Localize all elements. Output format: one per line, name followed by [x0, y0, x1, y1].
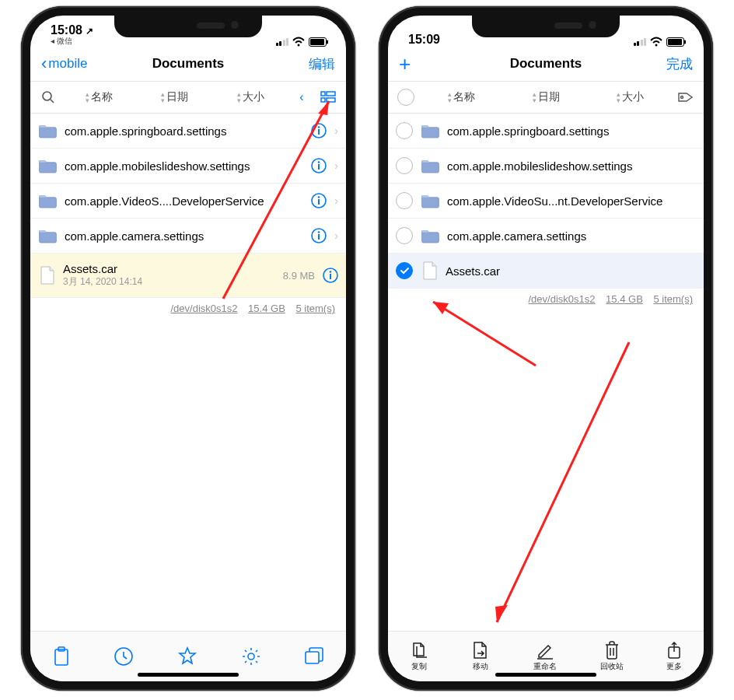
chevron-right-icon: › [334, 159, 338, 172]
page-title: Documents [510, 56, 582, 72]
footer-stats: /dev/disk0s1s2 15.4 GB 5 item(s) [388, 289, 704, 310]
list-item[interactable]: com.apple.camera.settings [388, 219, 704, 254]
file-name: com.apple.springboard.settings [65, 124, 303, 138]
list-item[interactable]: Assets.car 3月 14, 2020 14:14 8.9 MB [30, 254, 346, 298]
file-name: Assets.car [446, 264, 696, 278]
sort-date[interactable]: ▴▾日期 [505, 90, 587, 104]
file-name: com.apple.camera.settings [65, 229, 303, 243]
folder-icon [421, 229, 439, 243]
svg-rect-9 [321, 92, 325, 96]
file-date: 3月 14, 2020 14:14 [63, 275, 275, 289]
add-button[interactable]: + [399, 56, 411, 72]
home-indicator[interactable] [138, 673, 239, 677]
trash-button[interactable]: 回收站 [600, 641, 624, 672]
sort-size[interactable]: ▴▾大小 [215, 90, 287, 104]
footer-size[interactable]: 15.4 GB [248, 303, 285, 314]
file-name: com.apple.mobileslideshow.settings [447, 159, 696, 173]
view-paging-icon[interactable]: ‹ [290, 90, 313, 104]
file-list: com.apple.springboard.settings › com.app… [30, 114, 346, 298]
chevron-right-icon: › [334, 229, 338, 242]
chevron-right-icon: › [334, 124, 338, 137]
file-name: Assets.car [63, 262, 275, 275]
folder-icon [421, 194, 439, 208]
folder-icon [421, 159, 439, 173]
back-label: mobile [48, 56, 87, 72]
list-item[interactable]: com.apple.VideoS....DeveloperService › [30, 184, 346, 219]
move-button[interactable]: 移动 [471, 641, 490, 672]
rename-button[interactable]: 重命名 [533, 641, 557, 672]
info-icon[interactable] [311, 228, 327, 243]
footer-count[interactable]: 5 item(s) [653, 293, 693, 305]
home-indicator[interactable] [495, 673, 596, 677]
svg-rect-17 [306, 652, 319, 663]
sort-size[interactable]: ▴▾大小 [589, 90, 671, 104]
svg-point-20 [681, 96, 683, 99]
nav-bar: ‹ mobile Documents 编辑 [30, 47, 346, 82]
list-item[interactable]: com.apple.springboard.settings › [30, 114, 346, 149]
nav-bar: + Documents 完成 [388, 47, 704, 82]
recent-button[interactable] [114, 646, 134, 667]
footer-path[interactable]: /dev/disk0s1s2 [170, 303, 237, 314]
more-button[interactable]: 更多 [666, 641, 682, 672]
sort-bar: ▴▾名称 ▴▾日期 ▴▾大小 ‹ [30, 82, 346, 114]
signal-icon [276, 37, 289, 46]
folder-icon [38, 124, 57, 138]
chevron-right-icon: › [334, 194, 338, 207]
phone-right: 15:09 + Documents 完成 ▴▾名称 ▴▾日期 ▴▾大小 [379, 6, 713, 691]
list-item[interactable]: com.apple.mobileslideshow.settings [388, 149, 704, 184]
favorite-button[interactable] [177, 646, 197, 667]
file-name: com.apple.camera.settings [447, 229, 696, 243]
list-item[interactable]: com.apple.springboard.settings [388, 114, 704, 149]
folder-icon [38, 194, 57, 208]
tag-icon[interactable] [674, 90, 697, 104]
back-to-app[interactable]: ◂ 微信 [51, 36, 93, 47]
folder-icon [38, 159, 57, 173]
sort-bar: ▴▾名称 ▴▾日期 ▴▾大小 [388, 82, 704, 114]
sort-name[interactable]: ▴▾名称 [63, 90, 135, 104]
svg-marker-26 [495, 605, 508, 622]
settings-button[interactable] [241, 646, 261, 667]
svg-rect-12 [327, 98, 335, 102]
info-icon[interactable] [311, 123, 327, 138]
svg-rect-13 [55, 649, 68, 665]
list-item[interactable]: com.apple.VideoSu...nt.DeveloperService [388, 184, 704, 219]
svg-line-23 [433, 302, 536, 366]
check-icon [399, 265, 410, 276]
select-radio[interactable] [396, 122, 413, 139]
svg-point-16 [248, 653, 254, 660]
notch [114, 16, 262, 37]
info-icon[interactable] [311, 193, 327, 208]
file-size: 8.9 MB [283, 270, 315, 282]
list-item[interactable]: com.apple.mobileslideshow.settings › [30, 149, 346, 184]
select-radio[interactable] [396, 192, 413, 209]
back-button[interactable]: ‹ mobile [41, 54, 96, 74]
annotation-arrow [474, 327, 645, 638]
done-button[interactable]: 完成 [666, 55, 693, 73]
windows-button[interactable] [304, 647, 324, 666]
view-grid-icon[interactable] [316, 91, 340, 103]
list-item[interactable]: Assets.car [388, 254, 704, 289]
info-icon[interactable] [311, 158, 327, 173]
svg-rect-11 [321, 98, 325, 102]
file-name: com.apple.VideoSu...nt.DeveloperService [447, 194, 696, 208]
select-radio[interactable] [396, 157, 413, 174]
notch [472, 16, 620, 37]
edit-button[interactable]: 编辑 [309, 55, 335, 73]
sort-date[interactable]: ▴▾日期 [138, 90, 211, 104]
copy-button[interactable]: 复制 [410, 641, 428, 672]
clipboard-button[interactable] [52, 646, 71, 667]
select-radio[interactable] [396, 227, 413, 244]
select-radio[interactable] [396, 262, 413, 279]
select-all-button[interactable] [394, 89, 418, 106]
phone-left: 15:08 ↗ ◂ 微信 ‹ mobile Documents 编辑 [21, 6, 355, 691]
file-name: com.apple.VideoS....DeveloperService [65, 194, 303, 208]
sort-name[interactable]: ▴▾名称 [421, 90, 502, 104]
list-item[interactable]: com.apple.camera.settings › [30, 219, 346, 254]
info-icon[interactable] [323, 268, 338, 283]
footer-size[interactable]: 15.4 GB [606, 293, 643, 305]
footer-count[interactable]: 5 item(s) [295, 303, 335, 314]
footer-path[interactable]: /dev/disk0s1s2 [528, 293, 595, 305]
status-time: 15:09 [408, 33, 440, 47]
search-icon[interactable] [37, 90, 60, 104]
file-name: com.apple.springboard.settings [447, 124, 696, 138]
